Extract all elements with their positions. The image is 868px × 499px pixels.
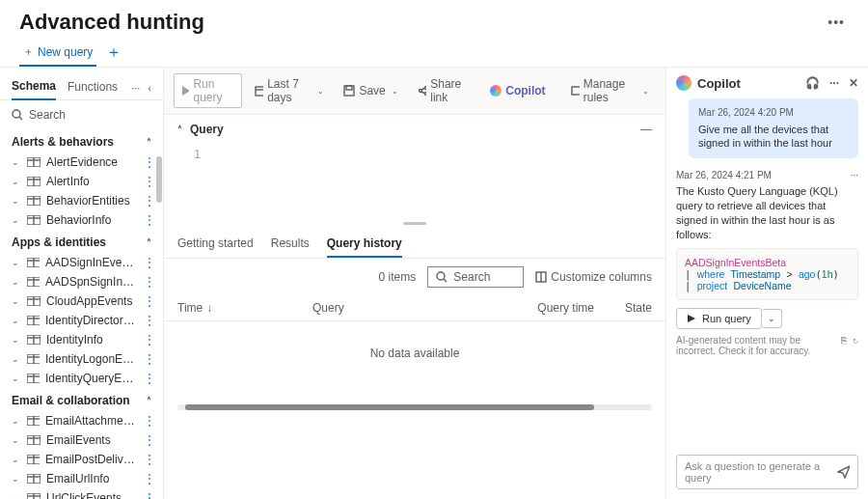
table-icon [27,493,41,499]
tab-new-query[interactable]: ＋ New query [19,39,96,67]
item-menu-icon[interactable]: ⋮ [144,433,157,447]
svg-line-59 [421,92,425,94]
add-tab-button[interactable]: ＋ [100,42,127,63]
copilot-icon [490,85,502,97]
chevron-down-icon: ⌄ [642,87,649,96]
history-table-header: Time↓ Query Query time State [164,295,665,321]
col-time[interactable]: Time↓ [177,301,312,315]
play-icon [687,314,696,323]
close-icon[interactable]: ✕ [849,76,858,90]
save-icon [343,85,355,97]
tab-getting-started[interactable]: Getting started [177,231,254,258]
copilot-logo-icon [676,75,692,91]
save-button[interactable]: Save⌄ [337,80,404,101]
svg-line-62 [444,279,447,282]
query-toolbar: Run query Last 7 days⌄ Save⌄ Share link … [164,68,665,115]
col-query-time[interactable]: Query time [507,301,594,315]
tree-item-emailurl[interactable]: ⌄EmailUrlInfo⋮ [0,469,163,488]
tree-item-iddirectory[interactable]: ⌄IdentityDirectoryEvents⋮ [0,311,163,330]
copilot-run-query-button[interactable]: Run query [676,308,762,329]
share-link-button[interactable]: Share link [411,73,478,108]
tree-item-idquery[interactable]: ⌄IdentityQueryEvents⋮ [0,369,163,388]
item-menu-icon[interactable]: ⋮ [144,294,157,308]
item-menu-icon[interactable]: ⋮ [144,472,157,485]
item-menu-icon[interactable]: ⋮ [144,194,157,208]
more-icon[interactable]: ··· [131,82,140,94]
item-menu-icon[interactable]: ⋮ [144,414,157,428]
tab-results[interactable]: Results [271,231,310,258]
tree-item-emailevents[interactable]: ⌄EmailEvents⋮ [0,430,163,450]
tab-label: New query [38,45,93,59]
share-icon [418,85,426,97]
item-menu-icon[interactable]: ⋮ [144,453,157,466]
customize-columns-button[interactable]: Customize columns [535,270,652,284]
table-icon [27,416,40,426]
item-menu-icon[interactable]: ⋮ [144,352,157,366]
svg-line-58 [421,88,425,90]
headset-icon[interactable]: 🎧 [805,76,820,90]
code-block[interactable]: AADSignInEventsBeta | where Timestamp > … [676,248,858,300]
history-search-input[interactable]: Search [427,266,524,288]
chevron-down-icon: ⌄ [317,87,324,96]
time-range-button[interactable]: Last 7 days⌄ [248,73,331,108]
horizontal-scrollbar[interactable] [177,404,652,410]
svg-marker-66 [838,466,850,478]
copilot-input[interactable]: Ask a question to generate a query [676,455,858,489]
tree-item-alertevidence[interactable]: ⌄AlertEvidence⋮ [0,152,163,172]
tree-item-aadsignin[interactable]: ⌄AADSignInEventsBeta⋮ [0,253,163,272]
tree-item-behaviorinfo[interactable]: ⌄BehaviorInfo⋮ [0,210,163,230]
tree-item-idlogon[interactable]: ⌄IdentityLogonEvents⋮ [0,349,163,369]
item-menu-icon[interactable]: ⋮ [144,333,157,347]
col-query[interactable]: Query [312,301,507,315]
scrollbar-thumb[interactable] [156,156,162,203]
item-menu-icon[interactable]: ⋮ [144,256,157,269]
tree-item-urlclick[interactable]: ⌄UrlClickEvents⋮ [0,488,163,499]
query-editor[interactable]: 1 [164,144,665,221]
tree-item-alertinfo[interactable]: ⌄AlertInfo⋮ [0,172,163,191]
run-dropdown-button[interactable]: ⌄ [762,309,782,328]
col-state[interactable]: State [594,301,652,315]
item-menu-icon[interactable]: ⋮ [144,175,157,188]
run-query-button[interactable]: Run query [174,73,242,108]
tree-item-idinfo[interactable]: ⌄IdentityInfo⋮ [0,330,163,349]
search-icon [436,271,448,283]
message-more-icon[interactable]: ··· [851,170,858,180]
item-menu-icon[interactable]: ⋮ [144,155,157,169]
tree-item-cloudapp[interactable]: ⌄CloudAppEvents⋮ [0,291,163,311]
collapse-panel-icon[interactable]: ‹ [148,82,151,94]
more-icon[interactable]: ··· [829,76,839,90]
copilot-title: Copilot [697,76,741,91]
group-label: Alerts & behaviors [12,135,114,149]
calendar-icon [255,85,263,97]
tree-item-emailpost[interactable]: ⌄EmailPostDeliveryEve...⋮ [0,450,163,469]
schema-tab-functions[interactable]: Functions [68,76,118,99]
chevron-up-icon: ˄ [147,237,151,248]
schema-search[interactable]: Search [0,100,163,129]
minimize-icon[interactable]: — [640,123,652,136]
manage-rules-button[interactable]: Manage rules⌄ [564,73,656,108]
table-icon [27,316,40,325]
group-apps-identities[interactable]: Apps & identities ˄ [0,230,163,253]
send-icon[interactable] [837,465,850,479]
refresh-icon[interactable]: ↻ [853,335,858,346]
table-icon [27,474,41,484]
item-menu-icon[interactable]: ⋮ [144,213,157,227]
item-menu-icon[interactable]: ⋮ [144,314,157,327]
copilot-button[interactable]: Copilot [483,80,552,101]
scrollbar-thumb[interactable] [185,404,594,410]
tree-item-behaviorentities[interactable]: ⌄BehaviorEntities⋮ [0,191,163,210]
tab-query-history[interactable]: Query history [327,231,402,258]
header-more-icon[interactable]: ••• [824,11,849,34]
copy-icon[interactable]: ⎘ [841,335,847,346]
item-menu-icon[interactable]: ⋮ [144,491,157,499]
tree-item-emailattach[interactable]: ⌄EmailAttachmentInfo⋮ [0,411,163,430]
schema-tab-schema[interactable]: Schema [12,75,56,100]
group-alerts-behaviors[interactable]: Alerts & behaviors ˄ [0,129,163,152]
svg-rect-51 [256,87,263,96]
table-icon [27,196,41,206]
chevron-up-icon[interactable]: ˄ [177,125,182,135]
group-email-collab[interactable]: Email & collaboration ˄ [0,388,163,411]
item-menu-icon[interactable]: ⋮ [144,275,157,289]
item-menu-icon[interactable]: ⋮ [144,372,157,385]
tree-item-aadspn[interactable]: ⌄AADSpnSignInEventsB...⋮ [0,272,163,291]
